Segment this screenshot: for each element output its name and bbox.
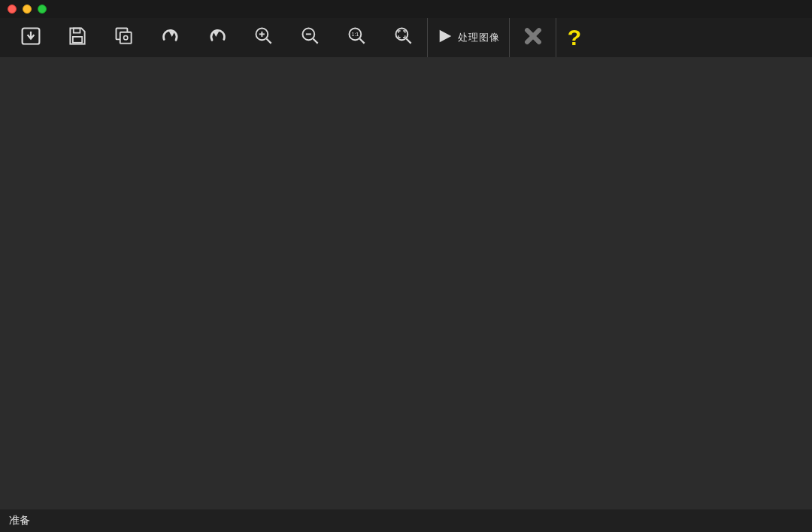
help-icon: ?	[568, 25, 581, 50]
save-button[interactable]	[54, 18, 101, 57]
undo-button[interactable]	[147, 18, 194, 57]
status-text: 准备	[9, 514, 30, 527]
svg-rect-3	[73, 37, 82, 43]
svg-marker-7	[168, 31, 174, 37]
svg-text:1:1: 1:1	[352, 32, 359, 37]
close-x-icon	[523, 26, 544, 50]
open-download-icon	[20, 26, 41, 50]
status-bar: 准备	[0, 509, 812, 532]
zoom-fit-icon	[393, 26, 414, 50]
process-image-button[interactable]: 处理图像	[427, 18, 510, 57]
redo-icon	[207, 26, 228, 50]
window-minimize-icon[interactable]	[23, 5, 32, 14]
svg-rect-5	[120, 32, 132, 44]
process-image-label: 处理图像	[458, 31, 500, 44]
svg-line-17	[360, 39, 365, 44]
svg-marker-8	[214, 31, 220, 37]
undo-icon	[160, 26, 181, 50]
zoom-actual-button[interactable]: 1:1	[334, 18, 380, 57]
zoom-in-button[interactable]	[241, 18, 287, 57]
svg-line-10	[267, 39, 271, 44]
open-button[interactable]	[8, 18, 54, 57]
zoom-actual-icon: 1:1	[347, 26, 368, 50]
svg-line-20	[407, 39, 411, 44]
window-titlebar	[0, 0, 812, 18]
help-button[interactable]: ?	[556, 18, 592, 57]
image-canvas[interactable]	[0, 57, 812, 509]
cancel-button[interactable]	[510, 18, 556, 57]
zoom-in-icon	[253, 26, 274, 50]
redo-button[interactable]	[194, 18, 241, 57]
main-toolbar: 1:1 处理图像	[0, 18, 812, 57]
floppy-disk-icon	[67, 26, 88, 50]
window-maximize-icon[interactable]	[38, 5, 47, 14]
zoom-out-button[interactable]	[287, 18, 334, 57]
copy-preview-icon	[114, 26, 135, 50]
window-close-icon[interactable]	[8, 5, 17, 14]
svg-marker-21	[440, 30, 452, 43]
zoom-fit-button[interactable]	[380, 18, 427, 57]
zoom-out-icon	[300, 26, 321, 50]
play-icon	[437, 28, 453, 47]
save-as-button[interactable]	[101, 18, 147, 57]
svg-line-14	[314, 39, 318, 44]
svg-point-19	[396, 29, 408, 41]
